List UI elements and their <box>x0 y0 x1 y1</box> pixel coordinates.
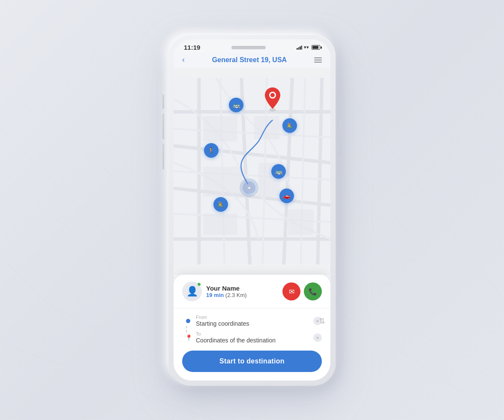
from-field[interactable]: From Starting coordinates × ⇅ <box>196 315 322 327</box>
status-time: 11:19 <box>184 44 200 51</box>
map-area[interactable]: 🚌 🚴 🚶 🚌 🚴 🚗 <box>174 68 330 275</box>
start-destination-button[interactable]: Start to destination <box>182 351 322 372</box>
bottom-panel: 👤 Your Name 19 min (2.3 Km) ✉ 📞 <box>174 275 330 381</box>
nav-header: ‹ General Street 19, USA <box>174 53 330 68</box>
back-button[interactable]: ‹ <box>182 55 185 64</box>
to-field-content: To Coordinates of the destination <box>196 331 313 344</box>
online-indicator <box>197 282 201 286</box>
walk-pin-1[interactable]: 🚶 <box>204 143 219 158</box>
bike-pin-1[interactable]: 🚴 <box>282 118 297 133</box>
avatar-icon: 👤 <box>186 286 198 297</box>
svg-rect-31 <box>254 116 279 139</box>
swap-button[interactable]: ⇅ <box>319 316 325 326</box>
user-row: 👤 Your Name 19 min (2.3 Km) ✉ 📞 <box>182 282 322 301</box>
action-buttons: ✉ 📞 <box>282 282 322 300</box>
svg-rect-15 <box>174 78 330 264</box>
to-dot: 📍 <box>186 335 191 340</box>
eta-distance: (2.3 Km) <box>225 292 247 298</box>
phone-screen: 11:19 ▾▾ ‹ General Street 19, USA <box>174 39 330 381</box>
svg-rect-34 <box>203 213 237 234</box>
svg-rect-35 <box>288 210 313 235</box>
signal-icon <box>297 45 302 50</box>
volume-mute-button[interactable] <box>162 94 164 109</box>
from-label: From <box>196 315 313 320</box>
volume-down-button[interactable] <box>162 144 164 169</box>
svg-rect-30 <box>203 116 237 141</box>
call-button[interactable]: 📞 <box>304 282 322 300</box>
user-avatar: 👤 <box>182 282 202 301</box>
transit-pin-2[interactable]: 🚌 <box>271 164 286 179</box>
to-field[interactable]: 📍 To Coordinates of the destination × <box>196 331 322 344</box>
eta-minutes: 19 min <box>206 292 224 298</box>
car-pin-1[interactable]: 🚗 <box>279 189 294 203</box>
route-inputs: From Starting coordinates × ⇅ 📍 To Coord… <box>182 315 322 344</box>
current-location-marker: ◄ <box>240 178 258 197</box>
transit-pin-1[interactable]: 🚌 <box>229 98 243 112</box>
status-icons: ▾▾ <box>297 45 320 50</box>
status-bar: 11:19 ▾▾ <box>174 39 330 53</box>
destination-marker <box>262 87 283 113</box>
power-button[interactable] <box>340 120 342 154</box>
user-eta: 19 min (2.3 Km) <box>206 292 278 298</box>
route-connector-line <box>186 326 187 333</box>
svg-line-7 <box>0 257 171 420</box>
to-clear-button[interactable]: × <box>313 333 322 342</box>
menu-button[interactable] <box>314 57 322 63</box>
from-value: Starting coordinates <box>196 320 313 327</box>
battery-icon <box>312 45 320 50</box>
svg-point-38 <box>270 93 275 97</box>
message-button[interactable]: ✉ <box>282 282 300 300</box>
phone-shell: 11:19 ▾▾ ‹ General Street 19, USA <box>168 34 336 386</box>
page-title: General Street 19, USA <box>212 56 287 64</box>
to-label: To <box>196 331 313 336</box>
to-value: Coordinates of the destination <box>196 337 313 344</box>
status-notch <box>231 46 266 49</box>
bike-pin-2[interactable]: 🚴 <box>213 197 228 212</box>
from-field-content: From Starting coordinates <box>196 315 313 327</box>
user-info: Your Name 19 min (2.3 Km) <box>206 285 278 298</box>
user-name: Your Name <box>206 285 278 292</box>
volume-up-button[interactable] <box>162 114 164 139</box>
from-dot <box>186 319 190 323</box>
divider <box>174 308 330 309</box>
wifi-icon: ▾▾ <box>304 45 309 50</box>
